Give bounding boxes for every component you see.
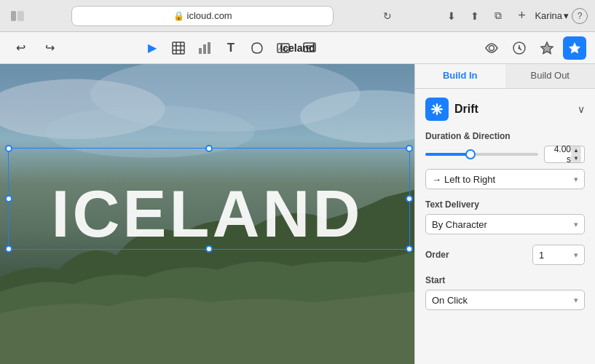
start-dropdown[interactable]: On Click ▾ bbox=[425, 290, 585, 310]
sidebar-toggle-btn[interactable] bbox=[7, 6, 28, 26]
animation-title-row: Drift bbox=[425, 98, 478, 121]
text-btn[interactable]: T bbox=[219, 36, 243, 60]
panel-content: Drift ∨ Duration & Direction 4.00 s bbox=[415, 89, 595, 364]
undo-btn[interactable]: ↩ bbox=[9, 36, 32, 60]
format-btn[interactable] bbox=[508, 36, 531, 60]
duration-increment-btn[interactable]: ▲ bbox=[571, 146, 581, 154]
duration-decrement-btn[interactable]: ▼ bbox=[571, 154, 581, 162]
canvas-area[interactable]: ICELAND bbox=[0, 64, 414, 364]
slider-fill bbox=[425, 153, 470, 156]
text-delivery-dropdown[interactable]: By Character ▾ bbox=[425, 214, 585, 234]
svg-rect-7 bbox=[199, 48, 202, 54]
direction-dropdown-text: → Left to Right bbox=[432, 174, 495, 185]
chart-btn[interactable] bbox=[193, 36, 216, 60]
browser-chrome: 🔒 icloud.com ↻ ⬇ ⬆ ⧉ + Karina ▾ ? bbox=[0, 0, 595, 32]
user-name: Karina bbox=[535, 10, 562, 21]
share-btn[interactable]: ⬆ bbox=[465, 6, 485, 26]
order-value: 1 bbox=[539, 250, 544, 261]
tab-build-in[interactable]: Build In bbox=[415, 64, 505, 88]
right-panel: Build In Build Out Drift bbox=[414, 64, 595, 364]
user-chevron: ▾ bbox=[564, 10, 569, 21]
browser-right-controls: ⬇ ⬆ ⧉ + Karina ▾ ? bbox=[441, 6, 588, 26]
lock-icon: 🔒 bbox=[173, 11, 184, 21]
duration-label: Duration & Direction bbox=[425, 131, 585, 141]
order-chevron-icon: ▾ bbox=[574, 250, 578, 260]
text-delivery-label: Text Delivery bbox=[425, 199, 585, 210]
table-btn[interactable] bbox=[167, 36, 190, 60]
start-chevron-icon: ▾ bbox=[574, 296, 578, 305]
text-delivery-group: Text Delivery By Character ▾ bbox=[425, 199, 585, 234]
duration-slider[interactable] bbox=[425, 153, 538, 156]
svg-rect-8 bbox=[203, 44, 206, 54]
direction-chevron-icon: ▾ bbox=[574, 175, 578, 184]
chevron-icon: ∨ bbox=[578, 103, 585, 115]
start-value: On Click bbox=[432, 295, 468, 306]
svg-rect-1 bbox=[17, 11, 24, 21]
animation-chevron-btn[interactable]: ∨ bbox=[578, 103, 585, 115]
order-dropdown[interactable]: 1 ▾ bbox=[532, 245, 585, 265]
animation-name: Drift bbox=[454, 103, 478, 116]
animation-header: Drift ∨ bbox=[425, 98, 585, 121]
start-label: Start bbox=[425, 275, 585, 285]
direction-arrow: → bbox=[432, 174, 441, 185]
duration-input-group: 4.00 s ▲ ▼ bbox=[544, 146, 585, 163]
text-delivery-value: By Character bbox=[432, 219, 487, 230]
direction-text: Left to Right bbox=[444, 174, 495, 185]
svg-rect-9 bbox=[208, 42, 210, 54]
reload-btn[interactable]: ↻ bbox=[377, 6, 398, 26]
view-btn[interactable] bbox=[480, 36, 503, 60]
url-text: icloud.com bbox=[187, 10, 232, 21]
drift-icon bbox=[425, 98, 449, 121]
redo-btn[interactable]: ↪ bbox=[38, 36, 61, 60]
main-area: ICELAND Build In Build Out bbox=[0, 64, 595, 364]
tabs-btn[interactable]: ⧉ bbox=[488, 6, 508, 26]
svg-point-15 bbox=[489, 45, 494, 50]
direction-dropdown[interactable]: → Left to Right ▾ bbox=[425, 169, 585, 189]
window-controls bbox=[7, 6, 28, 26]
tab-build-out[interactable]: Build Out bbox=[505, 64, 596, 88]
animate-btn[interactable] bbox=[535, 36, 559, 60]
new-tab-btn[interactable]: + bbox=[511, 6, 532, 26]
play-btn[interactable]: ▶ bbox=[141, 36, 164, 60]
duration-direction-group: Duration & Direction 4.00 s ▲ ▼ bbox=[425, 131, 585, 189]
app-toolbar: ↩ ↪ Iceland ▶ T bbox=[0, 32, 595, 64]
slider-thumb[interactable] bbox=[465, 149, 476, 159]
start-group: Start On Click ▾ bbox=[425, 275, 585, 310]
animate-active-btn[interactable] bbox=[563, 36, 586, 60]
toolbar-right bbox=[480, 36, 586, 60]
duration-stepper: ▲ ▼ bbox=[571, 146, 581, 162]
user-menu-btn[interactable]: Karina ▾ bbox=[535, 10, 569, 21]
svg-rect-0 bbox=[11, 11, 16, 21]
download-btn[interactable]: ⬇ bbox=[441, 6, 462, 26]
order-row: Order 1 ▾ bbox=[425, 245, 585, 265]
duration-value: 4.00 s bbox=[548, 144, 571, 165]
iceland-title: ICELAND bbox=[52, 177, 363, 252]
text-delivery-chevron-icon: ▾ bbox=[574, 220, 578, 229]
app-title: Iceland bbox=[280, 42, 315, 54]
order-label: Order bbox=[425, 250, 449, 260]
help-btn[interactable]: ? bbox=[572, 8, 588, 24]
svg-point-17 bbox=[519, 47, 521, 49]
panel-tabs: Build In Build Out bbox=[415, 64, 595, 89]
duration-slider-row: 4.00 s ▲ ▼ bbox=[425, 146, 585, 163]
address-bar[interactable]: 🔒 icloud.com bbox=[71, 6, 334, 26]
shape-btn[interactable] bbox=[245, 36, 269, 60]
svg-rect-2 bbox=[173, 42, 184, 54]
toolbar-left: ↩ ↪ bbox=[9, 36, 61, 60]
